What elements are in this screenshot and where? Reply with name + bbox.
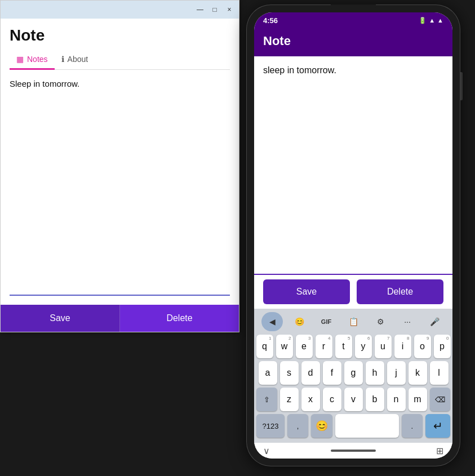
window-controls: — □ × [195,5,234,15]
action-buttons: Save Delete [1,305,239,332]
key-x[interactable]: x [301,388,320,411]
keyboard-settings-btn[interactable]: ⚙ [370,312,391,331]
key-z[interactable]: z [280,388,299,411]
keyboard-back-btn[interactable]: ◀ [261,312,283,331]
keyboard-more-btn[interactable]: ··· [397,312,418,331]
key-m[interactable]: m [409,388,427,411]
status-icons: 🔋 ▲ ▲ [419,17,443,24]
key-t[interactable]: t5 [335,335,352,358]
phone-container: 4:56 🔋 ▲ ▲ Note sleep in tomorrow. Save … [246,5,460,466]
key-i[interactable]: i8 [394,335,411,358]
key-q[interactable]: q1 [256,335,273,358]
phone-app-title: Note [263,34,443,48]
window-body: Note ▦ Notes ℹ About Save Delete [1,19,239,332]
phone-save-button[interactable]: Save [263,279,350,304]
key-comma[interactable]: , [287,414,308,438]
phone-app-content: sleep in tomorrow. Save Delete [254,56,452,309]
key-u[interactable]: u7 [375,335,392,358]
key-l[interactable]: l [430,361,449,385]
tab-bar: ▦ Notes ℹ About [10,50,230,70]
key-r[interactable]: r4 [316,335,332,358]
phone-side-button [460,72,463,100]
key-a[interactable]: a [259,361,277,385]
key-p[interactable]: p0 [434,335,451,358]
key-y[interactable]: y6 [355,335,372,358]
key-g[interactable]: g [344,361,363,385]
delete-button[interactable]: Delete [120,305,239,332]
phone-note-display[interactable]: sleep in tomorrow. [254,56,452,275]
home-indicator [331,450,376,452]
key-o[interactable]: o9 [414,335,431,358]
status-icon-wifi: ▲ [429,17,435,24]
notes-tab-label: Notes [27,55,48,64]
status-icon-battery: 🔋 [419,17,427,24]
key-period[interactable]: . [402,414,423,438]
key-c[interactable]: c [323,388,341,411]
keyboard-row-4: ?123 , 😊 . ↵ [256,414,450,438]
key-numbers[interactable]: ?123 [256,414,285,438]
key-enter[interactable]: ↵ [425,414,450,438]
keyboard-emoji-panel-btn[interactable]: 😊 [288,312,310,331]
key-h[interactable]: h [366,361,384,385]
key-n[interactable]: n [387,388,406,411]
keyboard-toolbar: ◀ 😊 GIF 📋 ⚙ ··· 🎤 [256,312,450,331]
notes-tab-icon: ▦ [16,55,24,64]
note-area [1,70,239,305]
about-tab-label: About [68,55,88,64]
save-button[interactable]: Save [1,305,120,332]
maximize-button[interactable]: □ [210,5,220,15]
close-button[interactable]: × [224,5,234,15]
phone-action-buttons: Save Delete [263,279,443,304]
phone-bottom-bar: ∨ ⊞ [254,443,452,459]
status-icon-signal: ▲ [437,17,443,24]
keyboard-row-1: q1 w2 e3 r4 t5 y6 u7 i8 o9 p0 [256,335,450,358]
key-e[interactable]: e3 [296,335,313,358]
key-f[interactable]: f [323,361,341,385]
key-s[interactable]: s [280,361,299,385]
keyboard-collapse-icon[interactable]: ∨ [263,446,270,456]
desktop-window: — □ × Note ▦ Notes ℹ About Save Delet [0,0,239,332]
keyboard-clipboard-btn[interactable]: 📋 [343,312,364,331]
desktop-app-title: Note [10,26,230,45]
phone-delete-button[interactable]: Delete [357,279,443,304]
key-emoji[interactable]: 😊 [311,414,332,438]
key-backspace[interactable]: ⌫ [430,388,451,411]
minimize-button[interactable]: — [195,5,205,15]
key-b[interactable]: b [366,388,384,411]
about-tab-icon: ℹ [61,55,64,64]
keyboard-mic-btn[interactable]: 🎤 [424,312,445,331]
phone-screen: 4:56 🔋 ▲ ▲ Note sleep in tomorrow. Save … [254,12,452,459]
key-k[interactable]: k [409,361,427,385]
key-w[interactable]: w2 [276,335,293,358]
status-bar: 4:56 🔋 ▲ ▲ [254,12,452,28]
keyboard-gif-btn[interactable]: GIF [316,312,337,331]
key-d[interactable]: d [301,361,320,385]
tab-notes[interactable]: ▦ Notes [10,50,55,70]
key-shift[interactable]: ⇧ [256,388,277,411]
status-time: 4:56 [263,16,278,25]
key-space[interactable] [335,414,399,438]
keyboard-layout-icon[interactable]: ⊞ [436,446,443,456]
tab-about[interactable]: ℹ About [55,50,95,70]
keyboard-row-2: a s d f g h j k l [256,361,450,385]
titlebar: — □ × [1,1,239,19]
phone-app-header: Note [254,28,452,56]
phone-notch [331,5,376,10]
keyboard: ◀ 😊 GIF 📋 ⚙ ··· 🎤 q1 w2 e3 r4 t5 y6 u7 [254,309,452,443]
phone-outer: 4:56 🔋 ▲ ▲ Note sleep in tomorrow. Save … [246,5,460,466]
key-v[interactable]: v [344,388,363,411]
window-header: Note ▦ Notes ℹ About [1,19,239,70]
keyboard-row-3: ⇧ z x c v b n m ⌫ [256,388,450,411]
note-input[interactable] [10,79,230,296]
key-j[interactable]: j [387,361,406,385]
